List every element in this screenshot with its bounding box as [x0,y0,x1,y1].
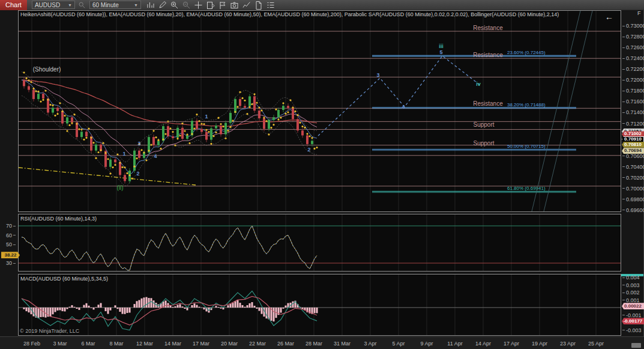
price-tick: 0.70600 [622,153,644,159]
instrument-select[interactable]: AUDUSD ▼ [32,1,75,9]
time-axis-label: 14 Mar [160,341,186,347]
macd-tick: 0.002 [622,290,640,296]
annotation-label: (Shoulder) [33,66,61,73]
price-tick: 0.73000 [622,23,644,29]
annotation-label: Support [473,121,494,128]
annotation-label: Resistance [473,100,502,107]
indicator-label: HeikenAshi8(AUDUSD (60 Minute)), EMA(AUD… [20,11,559,17]
chevron-down-icon: ▼ [134,3,138,7]
price-tick: 0.70400 [622,164,644,170]
macd-line-value-label: -0.00177 [622,318,644,324]
time-axis-label: 3 Mar [47,341,73,347]
wave-label: 3 [376,72,379,78]
annotation-label: Support [473,140,494,147]
svg-text:50.00% (0.70715): 50.00% (0.70715) [507,144,546,149]
chart-canvas[interactable]: 23.60% (0.72445)38.20% (0.71488)50.00% (… [0,0,644,349]
annotation-label: (ii) [116,184,123,191]
price-tick: 0.71600 [622,99,644,105]
chart-style-icon[interactable] [145,1,156,10]
time-axis-label: 17 Mar [188,341,214,347]
time-axis-label: 6 Mar [75,341,101,347]
instrument-value: AUDUSD [35,2,62,8]
time-axis-label: 31 Mar [329,341,355,347]
interval-select[interactable]: 60 Minute ▼ [89,1,141,9]
time-axis-label: 26 Mar [272,341,299,347]
crosshair-icon[interactable] [193,1,204,10]
price-tick: 0.72800 [622,34,644,40]
time-axis-label: 8 Mar [103,341,130,347]
toolbar: Chart AUDUSD ▼ 60 Minute ▼ [0,0,644,10]
zoom-out-icon[interactable] [181,1,192,10]
wave-label: 3 [137,141,140,147]
time-axis-label: 9 Apr [414,341,440,347]
time-axis-label: 28 Feb [19,341,45,347]
rsi-tick: 30 [0,260,16,266]
time-axis-label: 17 Apr [498,341,525,347]
tab-chart[interactable]: Chart [0,0,27,10]
wave-label: 4 [402,104,405,110]
properties-icon[interactable] [265,1,276,10]
time-axis-label: 11 Apr [442,341,468,347]
macd-indicator-label: MACD(AUDUSD (60 Minute),5,34,5) [20,276,108,282]
price-tick: 0.69800 [622,196,644,202]
time-axis-label: 22 Mar [244,341,271,347]
macd-axis[interactable]: 0.0040.0030.0020.001-0.001-0.0030.00022-… [621,274,644,336]
macd-tick: 0.003 [622,282,640,288]
price-tick: 0.70200 [622,175,644,181]
price-tick: 0.71800 [622,88,644,94]
data-series-icon[interactable] [253,1,264,10]
snapshot-icon[interactable] [229,1,240,10]
interval-value: 60 Minute [92,2,128,8]
wave-label: 4 [154,153,157,159]
price-tick: 0.72600 [622,44,644,50]
time-axis[interactable]: 28 Feb3 Mar6 Mar8 Mar12 Mar14 Mar17 Mar2… [0,336,644,349]
wave-label: iv [476,81,481,87]
rsi-axis[interactable]: 706050403038.22 [0,214,18,272]
price-marker-label: 0.70694 [622,148,644,154]
zoom-in-icon[interactable] [169,1,180,10]
wave-label: 2 [307,147,310,153]
toolbar-icons [145,1,277,10]
time-axis-label: 20 Mar [216,341,242,347]
draw-icon[interactable] [157,1,168,10]
price-marker-label: 0.70910 [622,136,644,142]
rsi-indicator-label: RSI(AUDUSD (60 Minute),14,3) [20,216,97,222]
wave-label: 2 [136,171,139,177]
chart-window: Chart AUDUSD ▼ 60 Minute ▼ 23.60% (0.724… [0,0,644,349]
price-tick: 0.71200 [622,121,644,127]
macd-tick: -0.001 [622,312,642,318]
time-axis-label: 19 Apr [526,341,553,347]
rsi-tick: 60 [0,232,16,238]
wave-label: iii [439,43,444,49]
indicators-icon[interactable] [241,1,252,10]
macd-tick: 0.004 [622,275,640,281]
price-tick: 0.72200 [622,66,644,72]
price-tick: 0.70000 [622,186,644,192]
svg-text:23.60% (0.72445): 23.60% (0.72445) [507,50,546,55]
macd-histogram-value-label: 0.00022 [622,303,644,309]
time-axis-label: 12 Mar [131,341,158,347]
chevron-down-icon: ▼ [68,3,72,7]
time-axis-label: 25 Apr [583,341,609,347]
macd-tick: -0.003 [622,327,642,333]
wave-label: 5 [439,49,442,55]
copyright-text: © 2019 NinjaTrader, LLC [20,328,79,334]
scrollbar-nub[interactable] [631,343,641,348]
search-icon[interactable] [77,1,88,10]
price-tick: 0.71400 [622,109,644,115]
svg-text:61.80% (0.69941): 61.80% (0.69941) [507,186,546,191]
time-axis-label: 3 Apr [357,341,384,347]
alerts-icon[interactable] [217,1,228,10]
time-axis-label: 14 Apr [470,341,496,347]
macd-tick: 0.001 [622,297,640,303]
annotation-label: Resistance [473,25,502,31]
back-arrow-icon[interactable]: ← [605,12,613,22]
price-tick: 0.72400 [622,55,644,61]
rsi-tick: 70 [0,223,16,229]
price-tick: 0.72000 [622,77,644,83]
rsi-value-label: 38.22 [1,252,20,258]
annotation-label: Resistance [473,52,502,58]
wave-label: 1 [205,114,208,120]
svg-text:38.20% (0.71488): 38.20% (0.71488) [507,102,546,108]
chart-trader-icon[interactable] [205,1,216,10]
